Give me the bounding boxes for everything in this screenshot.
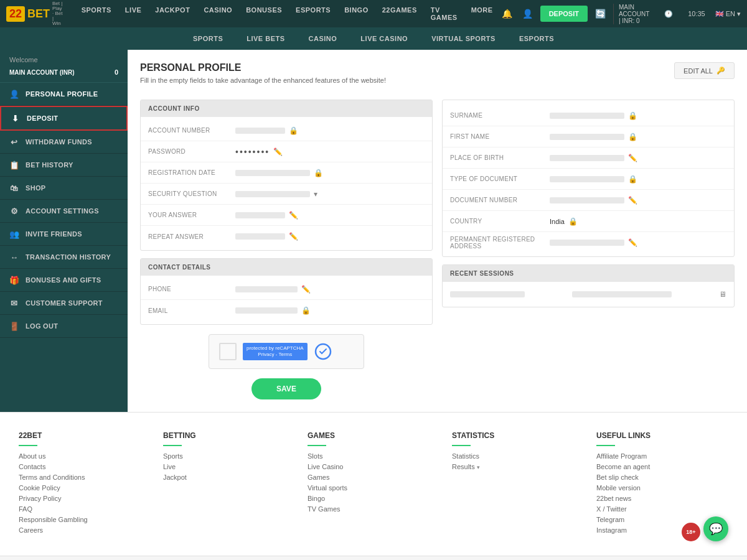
settings-icon: ⚙ (9, 206, 19, 216)
lock-surname-icon: 🔒 (628, 111, 637, 120)
edit-answer-icon[interactable]: ✏️ (289, 211, 298, 220)
edit-repeat-answer-icon[interactable]: ✏️ (289, 232, 298, 241)
sidebar-account: MAIN ACCOUNT (INR) 0 (0, 66, 128, 83)
profile-grid: ACCOUNT INFO ACCOUNT NUMBER 🔒 PASSWORD (140, 100, 735, 399)
page-subtitle: Fill in the empty fields to take advanta… (140, 77, 735, 84)
sidebar-item-invite-friends[interactable]: 👥 INVITE FRIENDS (0, 223, 128, 246)
lock-icon: 🔒 (289, 126, 298, 135)
security-question-placeholder (235, 191, 310, 197)
flag-icon: 🇬🇧 (715, 10, 724, 18)
footer-link-privacy[interactable]: Privacy Policy (19, 495, 151, 502)
sidebar-label-customer-support: CUSTOMER SUPPORT (26, 299, 103, 307)
footer-link-jackpot[interactable]: Jackpot (163, 474, 295, 481)
footer: 22BET About us Contacts Terms and Condit… (0, 412, 747, 556)
session-monitor-icon: 🖥 (719, 290, 726, 299)
footer-link-faq[interactable]: FAQ (19, 505, 151, 513)
footer-link-contacts[interactable]: Contacts (19, 463, 151, 470)
field-firstname: FIRST NAME 🔒 (443, 126, 734, 147)
footer-link-games[interactable]: Games (308, 474, 439, 481)
footer-link-careers[interactable]: Careers (19, 526, 151, 534)
nav-casino[interactable]: CASINO (197, 2, 238, 25)
recaptcha-privacy-text: Privacy - Terms (247, 352, 304, 358)
sidebar-item-transaction-history[interactable]: ↔ TRANSACTION HISTORY (0, 246, 128, 269)
subnav-esports[interactable]: ESPORTS (517, 30, 557, 47)
refresh-icon[interactable]: 🔄 (593, 6, 608, 21)
top-navigation: 22 BET Bet | Play · Bet | Win SPORTS LIV… (0, 0, 747, 27)
footer-link-results[interactable]: Results ▾ (452, 463, 584, 470)
sidebar-item-personal-profile[interactable]: 👤 PERSONAL PROFILE (0, 83, 128, 106)
account-balance: MAIN ACCOUNT | INR: 0 (613, 4, 654, 24)
field-country: COUNTRY India 🔒 (443, 211, 734, 232)
sidebar-item-withdraw[interactable]: ↩ WITHDRAW FUNDS (0, 131, 128, 154)
edit-phone-icon[interactable]: ✏️ (301, 285, 311, 294)
footer-link-slots[interactable]: Slots (308, 452, 439, 460)
nav-tvgames[interactable]: TV GAMES (425, 2, 464, 25)
sidebar-item-account-settings[interactable]: ⚙ ACCOUNT SETTINGS (0, 200, 128, 223)
nav-more[interactable]: MORE (465, 2, 499, 25)
nav-bonuses[interactable]: BONUSES (240, 2, 288, 25)
lock-country-icon: 🔒 (568, 217, 578, 226)
field-place-of-birth: PLACE OF BIRTH ✏️ (443, 147, 734, 169)
footer-link-live-casino[interactable]: Live Casino (308, 463, 439, 470)
notification-bell-icon[interactable]: 🔔 (499, 6, 515, 21)
edit-doc-number-icon[interactable]: ✏️ (628, 196, 637, 205)
footer-link-responsible[interactable]: Responsible Gambling (19, 516, 151, 523)
logo[interactable]: 22 BET Bet | Play · Bet | Win (6, 1, 63, 26)
user-icon[interactable]: 👤 (520, 6, 535, 21)
footer-link-statistics[interactable]: Statistics (452, 452, 584, 460)
nav-22games[interactable]: 22GAMES (376, 2, 423, 25)
footer-link-news[interactable]: 22bet news (596, 495, 728, 502)
footer-link-sports[interactable]: Sports (163, 452, 295, 460)
sidebar-item-shop[interactable]: 🛍 SHOP (0, 177, 128, 200)
recaptcha-checkbox[interactable] (219, 343, 237, 360)
field-value-password: •••••••• ✏️ (235, 147, 425, 157)
footer-link-about[interactable]: About us (19, 452, 151, 460)
main-layout: Welcome MAIN ACCOUNT (INR) 0 👤 PERSONAL … (0, 50, 747, 412)
subnav-live-bets[interactable]: LIVE BETS (244, 30, 287, 47)
footer-link-tv-games[interactable]: TV Games (308, 505, 439, 513)
page-title: PERSONAL PROFILE (140, 62, 735, 73)
nav-bingo[interactable]: BINGO (338, 2, 375, 25)
footer-link-terms[interactable]: Terms and Conditions (19, 474, 151, 481)
edit-password-icon[interactable]: ✏️ (273, 147, 283, 156)
footer-link-bet-slip[interactable]: Bet slip check (596, 474, 728, 481)
recaptcha-protected-text: protected by reCAPTCHA (247, 345, 304, 352)
sidebar-item-deposit[interactable]: ⬇ DEPOSIT (0, 106, 128, 131)
lang-label: EN (726, 10, 735, 17)
subnav-virtual-sports[interactable]: VIRTUAL SPORTS (429, 30, 498, 47)
footer-statistics-underline (452, 445, 471, 446)
edit-address-icon[interactable]: ✏️ (628, 238, 637, 247)
field-label-password: PASSWORD (148, 148, 235, 155)
edit-all-button[interactable]: EDIT ALL 🔑 (674, 62, 735, 79)
save-button[interactable]: SAVE (251, 378, 321, 399)
chevron-security-icon[interactable]: ▾ (314, 190, 317, 198)
footer-link-virtual-sports[interactable]: Virtual sports (308, 484, 439, 492)
language-selector[interactable]: 🇬🇧 EN ▾ (715, 10, 741, 18)
footer-link-cookie[interactable]: Cookie Policy (19, 484, 151, 492)
field-perm-address: PERMANENT REGISTERED ADDRESS ✏️ (443, 232, 734, 253)
sidebar-item-logout[interactable]: 🚪 LOG OUT (0, 315, 128, 338)
field-type-of-document: TYPE OF DOCUMENT 🔒 (443, 169, 734, 190)
field-label-place-of-birth: PLACE OF BIRTH (450, 154, 550, 161)
footer-link-twitter[interactable]: X / Twitter (596, 505, 728, 513)
footer-link-become-agent[interactable]: Become an agent (596, 463, 728, 470)
deposit-button[interactable]: DEPOSIT (540, 6, 588, 22)
chat-bubble[interactable]: 💬 (703, 516, 728, 541)
nav-esports[interactable]: ESPORTS (289, 2, 337, 25)
subnav-casino[interactable]: CASINO (306, 30, 340, 47)
footer-link-live[interactable]: Live (163, 463, 295, 470)
nav-jackpot[interactable]: JACKPOT (149, 2, 196, 25)
subnav-sports[interactable]: SPORTS (190, 30, 225, 47)
nav-sports[interactable]: SPORTS (75, 2, 118, 25)
footer-link-affiliate[interactable]: Affiliate Program (596, 452, 728, 460)
sidebar-item-bet-history[interactable]: 📋 BET HISTORY (0, 154, 128, 177)
footer-link-bingo[interactable]: Bingo (308, 495, 439, 502)
sidebar-item-customer-support[interactable]: ✉ CUSTOMER SUPPORT (0, 292, 128, 315)
nav-live[interactable]: LIVE (119, 2, 148, 25)
edit-pob-icon[interactable]: ✏️ (628, 154, 637, 162)
field-password: PASSWORD •••••••• ✏️ (141, 141, 432, 162)
sidebar-label-invite-friends: INVITE FRIENDS (26, 230, 82, 238)
sidebar-item-bonuses[interactable]: 🎁 BONUSES AND GIFTS (0, 269, 128, 292)
footer-link-mobile[interactable]: Mobile version (596, 484, 728, 492)
subnav-live-casino[interactable]: LIVE CASINO (358, 30, 410, 47)
